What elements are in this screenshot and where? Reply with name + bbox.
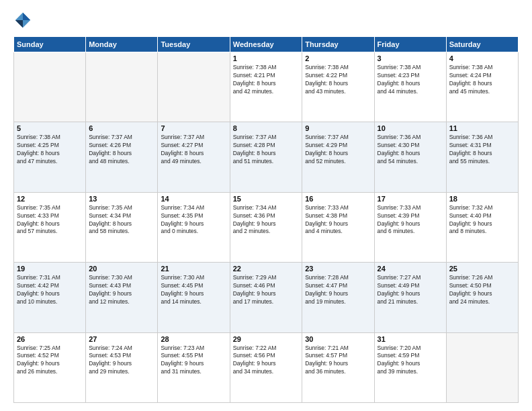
day-number: 8 [233, 124, 299, 132]
day-info: Sunrise: 7:33 AM Sunset: 4:38 PM Dayligh… [305, 204, 371, 236]
day-info: Sunrise: 7:30 AM Sunset: 4:45 PM Dayligh… [161, 274, 226, 306]
day-number: 17 [378, 195, 443, 203]
day-info: Sunrise: 7:38 AM Sunset: 4:23 PM Dayligh… [378, 64, 443, 96]
day-info: Sunrise: 7:28 AM Sunset: 4:47 PM Dayligh… [305, 274, 371, 306]
day-info: Sunrise: 7:29 AM Sunset: 4:46 PM Dayligh… [233, 274, 299, 306]
calendar-cell: 22Sunrise: 7:29 AM Sunset: 4:46 PM Dayli… [230, 263, 302, 332]
day-number: 12 [17, 195, 83, 203]
calendar-cell: 27Sunrise: 7:24 AM Sunset: 4:53 PM Dayli… [86, 332, 158, 402]
day-number: 4 [449, 54, 515, 62]
logo-icon [13, 11, 32, 30]
day-info: Sunrise: 7:38 AM Sunset: 4:25 PM Dayligh… [17, 134, 83, 166]
day-number: 30 [305, 335, 371, 343]
svg-marker-1 [23, 13, 30, 20]
day-info: Sunrise: 7:25 AM Sunset: 4:52 PM Dayligh… [17, 345, 83, 377]
day-info: Sunrise: 7:38 AM Sunset: 4:24 PM Dayligh… [449, 64, 515, 96]
calendar-cell: 6Sunrise: 7:37 AM Sunset: 4:26 PM Daylig… [86, 122, 158, 192]
day-info: Sunrise: 7:30 AM Sunset: 4:43 PM Dayligh… [89, 274, 154, 306]
day-number: 11 [449, 124, 515, 132]
day-number: 28 [161, 335, 226, 343]
day-number: 22 [233, 265, 299, 273]
day-info: Sunrise: 7:23 AM Sunset: 4:55 PM Dayligh… [161, 345, 226, 377]
week-row-2: 5Sunrise: 7:38 AM Sunset: 4:25 PM Daylig… [14, 122, 519, 192]
day-number: 6 [89, 124, 154, 132]
week-row-3: 12Sunrise: 7:35 AM Sunset: 4:33 PM Dayli… [14, 192, 519, 262]
day-info: Sunrise: 7:24 AM Sunset: 4:53 PM Dayligh… [89, 345, 154, 377]
weekday-header-saturday: Saturday [446, 37, 518, 52]
day-info: Sunrise: 7:37 AM Sunset: 4:26 PM Dayligh… [89, 134, 154, 166]
day-number: 23 [305, 265, 371, 273]
day-number: 26 [17, 335, 83, 343]
weekday-header-sunday: Sunday [14, 37, 86, 52]
day-number: 9 [305, 124, 371, 132]
day-number: 13 [89, 195, 154, 203]
calendar-cell: 29Sunrise: 7:22 AM Sunset: 4:56 PM Dayli… [230, 332, 302, 402]
calendar-cell [14, 52, 86, 122]
weekday-header-wednesday: Wednesday [230, 37, 302, 52]
calendar-cell: 4Sunrise: 7:38 AM Sunset: 4:24 PM Daylig… [446, 52, 518, 122]
calendar-cell: 10Sunrise: 7:36 AM Sunset: 4:30 PM Dayli… [374, 122, 446, 192]
calendar-cell: 13Sunrise: 7:35 AM Sunset: 4:34 PM Dayli… [86, 192, 158, 262]
weekday-header-tuesday: Tuesday [158, 37, 230, 52]
calendar-cell: 30Sunrise: 7:21 AM Sunset: 4:57 PM Dayli… [302, 332, 374, 402]
header [13, 11, 519, 30]
calendar-cell: 3Sunrise: 7:38 AM Sunset: 4:23 PM Daylig… [374, 52, 446, 122]
logo [13, 11, 35, 30]
svg-marker-2 [15, 20, 23, 28]
calendar-cell: 28Sunrise: 7:23 AM Sunset: 4:55 PM Dayli… [158, 332, 230, 402]
day-number: 16 [305, 195, 371, 203]
day-info: Sunrise: 7:35 AM Sunset: 4:33 PM Dayligh… [17, 204, 83, 236]
day-info: Sunrise: 7:26 AM Sunset: 4:50 PM Dayligh… [449, 274, 515, 306]
day-number: 2 [305, 54, 371, 62]
calendar: SundayMondayTuesdayWednesdayThursdayFrid… [13, 36, 519, 403]
day-number: 20 [89, 265, 154, 273]
day-info: Sunrise: 7:34 AM Sunset: 4:35 PM Dayligh… [161, 204, 226, 236]
day-number: 19 [17, 265, 83, 273]
calendar-cell [158, 52, 230, 122]
week-row-5: 26Sunrise: 7:25 AM Sunset: 4:52 PM Dayli… [14, 332, 519, 402]
day-info: Sunrise: 7:38 AM Sunset: 4:22 PM Dayligh… [305, 64, 371, 96]
day-info: Sunrise: 7:35 AM Sunset: 4:34 PM Dayligh… [89, 204, 154, 236]
calendar-cell: 21Sunrise: 7:30 AM Sunset: 4:45 PM Dayli… [158, 263, 230, 332]
day-number: 3 [378, 54, 443, 62]
day-number: 15 [233, 195, 299, 203]
calendar-cell: 26Sunrise: 7:25 AM Sunset: 4:52 PM Dayli… [14, 332, 86, 402]
calendar-cell: 5Sunrise: 7:38 AM Sunset: 4:25 PM Daylig… [14, 122, 86, 192]
calendar-cell: 20Sunrise: 7:30 AM Sunset: 4:43 PM Dayli… [86, 263, 158, 332]
day-number: 31 [378, 335, 443, 343]
day-info: Sunrise: 7:37 AM Sunset: 4:28 PM Dayligh… [233, 134, 299, 166]
weekday-header-monday: Monday [86, 37, 158, 52]
calendar-cell: 24Sunrise: 7:27 AM Sunset: 4:49 PM Dayli… [374, 263, 446, 332]
day-info: Sunrise: 7:20 AM Sunset: 4:59 PM Dayligh… [378, 345, 443, 377]
calendar-cell: 12Sunrise: 7:35 AM Sunset: 4:33 PM Dayli… [14, 192, 86, 262]
weekday-header-row: SundayMondayTuesdayWednesdayThursdayFrid… [14, 37, 519, 52]
day-number: 7 [161, 124, 226, 132]
day-number: 27 [89, 335, 154, 343]
calendar-cell: 2Sunrise: 7:38 AM Sunset: 4:22 PM Daylig… [302, 52, 374, 122]
day-info: Sunrise: 7:34 AM Sunset: 4:36 PM Dayligh… [233, 204, 299, 236]
calendar-cell: 1Sunrise: 7:38 AM Sunset: 4:21 PM Daylig… [230, 52, 302, 122]
day-number: 21 [161, 265, 226, 273]
day-info: Sunrise: 7:36 AM Sunset: 4:31 PM Dayligh… [449, 134, 515, 166]
calendar-cell [446, 332, 518, 402]
calendar-cell: 9Sunrise: 7:37 AM Sunset: 4:29 PM Daylig… [302, 122, 374, 192]
day-info: Sunrise: 7:32 AM Sunset: 4:40 PM Dayligh… [449, 204, 515, 236]
day-info: Sunrise: 7:31 AM Sunset: 4:42 PM Dayligh… [17, 274, 83, 306]
day-info: Sunrise: 7:37 AM Sunset: 4:29 PM Dayligh… [305, 134, 371, 166]
day-number: 5 [17, 124, 83, 132]
calendar-cell: 14Sunrise: 7:34 AM Sunset: 4:35 PM Dayli… [158, 192, 230, 262]
day-info: Sunrise: 7:37 AM Sunset: 4:27 PM Dayligh… [161, 134, 226, 166]
week-row-1: 1Sunrise: 7:38 AM Sunset: 4:21 PM Daylig… [14, 52, 519, 122]
calendar-cell: 7Sunrise: 7:37 AM Sunset: 4:27 PM Daylig… [158, 122, 230, 192]
day-info: Sunrise: 7:38 AM Sunset: 4:21 PM Dayligh… [233, 64, 299, 96]
day-info: Sunrise: 7:22 AM Sunset: 4:56 PM Dayligh… [233, 345, 299, 377]
day-number: 10 [378, 124, 443, 132]
calendar-cell: 31Sunrise: 7:20 AM Sunset: 4:59 PM Dayli… [374, 332, 446, 402]
day-number: 24 [378, 265, 443, 273]
day-number: 29 [233, 335, 299, 343]
day-number: 14 [161, 195, 226, 203]
day-number: 1 [233, 54, 299, 62]
calendar-cell: 18Sunrise: 7:32 AM Sunset: 4:40 PM Dayli… [446, 192, 518, 262]
calendar-cell: 19Sunrise: 7:31 AM Sunset: 4:42 PM Dayli… [14, 263, 86, 332]
weekday-header-thursday: Thursday [302, 37, 374, 52]
